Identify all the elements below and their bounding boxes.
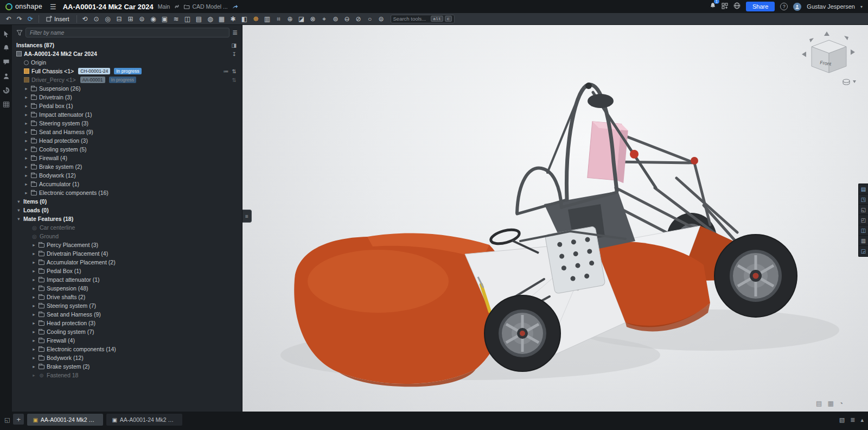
mate-features-header-row[interactable]: ▾ Mate Features (18): [12, 214, 242, 223]
insert-button[interactable]: Insert: [42, 14, 74, 24]
chevron-right-icon[interactable]: ▸: [31, 277, 36, 282]
origin-row[interactable]: Origin: [12, 58, 242, 67]
user-menu-caret-icon[interactable]: ▾: [860, 4, 863, 9]
display-states-icon[interactable]: ◧: [239, 14, 250, 24]
slider-mate-icon[interactable]: ⊟: [114, 14, 125, 24]
loads-header-row[interactable]: ▾ Loads (0): [12, 206, 242, 214]
snapshot-icon[interactable]: ◫: [182, 14, 193, 24]
tree-item-folder[interactable]: ▸ Accumulator (1): [12, 180, 242, 188]
full-chassis-row[interactable]: Full Chassis <1> CH-00001-24 In progress…: [12, 67, 242, 75]
chevron-right-icon[interactable]: ▸: [31, 320, 36, 326]
tree-item-folder[interactable]: ▸ Impact attenuator (1): [12, 110, 242, 119]
add-tab-button[interactable]: +: [13, 414, 24, 425]
comments-icon[interactable]: [2, 58, 10, 66]
chevron-right-icon[interactable]: ▸: [24, 94, 29, 100]
car-centerline-row[interactable]: ◎ Car centerline: [12, 223, 242, 232]
chevron-right-icon[interactable]: ▸: [24, 112, 29, 117]
chevron-right-icon[interactable]: ▸: [31, 286, 36, 291]
chevron-right-icon[interactable]: ▸: [24, 155, 29, 161]
mate-group-folder[interactable]: ▸ Seat and Harness (9): [12, 310, 242, 319]
chevron-right-icon[interactable]: ▸: [31, 346, 36, 352]
language-globe-icon[interactable]: [733, 2, 741, 11]
driver-percy-row[interactable]: Driver_Percy <1> AA-00001 In progress ⇅: [12, 75, 242, 84]
circular-pattern-icon[interactable]: ◍: [205, 14, 216, 24]
gear-relation-icon[interactable]: ○: [365, 14, 375, 24]
items-header-row[interactable]: ▾ Items (0): [12, 197, 242, 206]
chassis-sync-icon[interactable]: ⇅: [232, 68, 237, 74]
chevron-right-icon[interactable]: ▸: [24, 164, 29, 169]
tab-part-studio[interactable]: ▣ AA-A0001-24 Mk2 Car ...: [106, 414, 182, 426]
link-icon[interactable]: [174, 4, 180, 9]
fastened-mate-icon[interactable]: ⊙: [91, 14, 102, 24]
chevron-right-icon[interactable]: ▸: [31, 260, 36, 265]
chevron-right-icon[interactable]: ▸: [31, 242, 36, 248]
tree-item-folder[interactable]: ▸ Pedal box (1): [12, 102, 242, 110]
mate-group-folder[interactable]: ▸ Bodywork (12): [12, 353, 242, 362]
sync-status-icon[interactable]: ◔: [839, 400, 843, 407]
bom-icon[interactable]: ▥: [262, 14, 273, 24]
named-views-icon[interactable]: ◲: [859, 246, 868, 256]
appearance-icon[interactable]: ☸: [251, 14, 261, 24]
app-store-icon[interactable]: [722, 2, 728, 11]
chevron-right-icon[interactable]: ▸: [31, 372, 36, 378]
chevron-right-icon[interactable]: ▸: [24, 129, 29, 135]
group-icon[interactable]: ▣: [159, 14, 170, 24]
tangent-relation-icon[interactable]: ⊘: [353, 14, 364, 24]
tree-item-folder[interactable]: ▸ Head protection (3): [12, 136, 242, 145]
chevron-right-icon[interactable]: ▸: [31, 329, 36, 334]
render-quality-icon[interactable]: ▤: [816, 400, 822, 407]
mate-connector-icon[interactable]: ⊚: [330, 14, 341, 24]
instances-header-row[interactable]: Instances (87) ◨: [12, 41, 242, 49]
grid-toggle-icon[interactable]: ▦: [827, 400, 833, 407]
user-name[interactable]: Gustav Jespersen: [807, 3, 855, 10]
graphics-viewport[interactable]: ≡ Front: [242, 25, 868, 412]
mate-group-folder[interactable]: ▸ Brake system (2): [12, 362, 242, 371]
section-view-icon[interactable]: ◪: [296, 14, 307, 24]
mate-group-folder[interactable]: ▸ Percy Placement (3): [12, 241, 242, 249]
chevron-right-icon[interactable]: ▸: [31, 268, 36, 274]
follow-mode-icon[interactable]: [2, 72, 10, 80]
rotate-instance-icon[interactable]: ⟲: [80, 14, 91, 24]
mate-group-folder[interactable]: ▸ Accumulator Placement (2): [12, 258, 242, 267]
mate-group-folder[interactable]: ▸ Suspension (48): [12, 284, 242, 293]
chassis-list-icon[interactable]: ≔: [224, 68, 229, 74]
replicate-icon[interactable]: ▦: [216, 14, 227, 24]
mate-relations-icon[interactable]: ≋: [171, 14, 182, 24]
search-tools-box[interactable]: alt c: [391, 15, 455, 23]
tables-icon[interactable]: [2, 100, 10, 108]
mate-group-folder[interactable]: ▸ Cooling system (7): [12, 327, 242, 336]
named-positions-icon[interactable]: ⌖: [319, 14, 330, 24]
screw-relation-icon[interactable]: ⊜: [376, 14, 387, 24]
tab-assembly[interactable]: ▣ AA-A0001-24 Mk2 Car ...: [27, 414, 103, 426]
main-menu-icon[interactable]: ☰: [50, 3, 56, 11]
workspace-label[interactable]: Main: [158, 3, 170, 10]
chevron-right-icon[interactable]: ▸: [31, 364, 36, 369]
sync-update-icon[interactable]: ⟳: [25, 14, 36, 24]
tree-item-folder[interactable]: ▸ Drivetrain (3): [12, 93, 242, 102]
parallel-relation-icon[interactable]: ⊖: [342, 14, 353, 24]
mass-properties-icon[interactable]: ⊕: [285, 14, 296, 24]
chevron-right-icon[interactable]: ▸: [24, 138, 29, 143]
fastened-mate-row[interactable]: ▸ ⊚ Fastened 18: [12, 371, 242, 380]
chevron-right-icon[interactable]: ▸: [24, 173, 29, 178]
chevron-down-icon[interactable]: ▾: [16, 207, 21, 213]
search-tools-input[interactable]: [393, 16, 430, 22]
appearance-panel-icon[interactable]: ◳: [859, 194, 868, 205]
chevron-right-icon[interactable]: ▸: [24, 190, 29, 195]
mate-group-folder[interactable]: ▸ Pedal Box (1): [12, 267, 242, 275]
chevron-right-icon[interactable]: ▸: [31, 312, 36, 317]
chevron-right-icon[interactable]: ▸: [31, 303, 36, 308]
notifications-button[interactable]: 1: [710, 2, 716, 11]
tree-item-folder[interactable]: ▸ Suspension (26): [12, 84, 242, 93]
chevron-right-icon[interactable]: ▸: [31, 355, 36, 361]
tab-expand-icon[interactable]: ▴: [860, 414, 864, 426]
filter-by-name-input[interactable]: [25, 28, 229, 37]
open-configuration-panel-icon[interactable]: ◨: [232, 42, 242, 48]
select-icon[interactable]: [2, 30, 10, 37]
tree-options-icon[interactable]: ≣: [232, 29, 238, 36]
revolute-mate-icon[interactable]: ◎: [103, 14, 113, 24]
tree-item-folder[interactable]: ▸ Electronic components (16): [12, 188, 242, 197]
ball-mate-icon[interactable]: ◉: [148, 14, 159, 24]
tab-search-icon[interactable]: ▧: [839, 414, 845, 426]
tree-item-folder[interactable]: ▸ Steering system (3): [12, 119, 242, 128]
